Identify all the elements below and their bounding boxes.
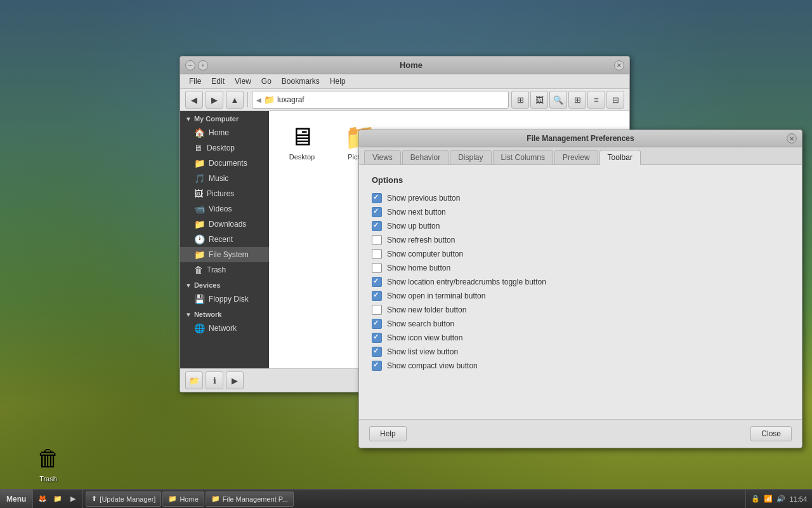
checkbox-row-8: Show new folder button: [372, 303, 789, 317]
tab-preview[interactable]: Preview: [554, 150, 598, 164]
network-icon: 🌐: [194, 323, 205, 333]
fm-maximize-button[interactable]: +: [198, 60, 208, 70]
taskbar-prefs-app[interactable]: 📁 File Management P...: [206, 491, 294, 507]
checkbox-0[interactable]: [372, 193, 382, 203]
sidebar-pictures-label: Pictures: [207, 189, 234, 198]
fm-minimize-button[interactable]: ─: [185, 60, 195, 70]
checkbox-1[interactable]: [372, 207, 382, 217]
location-bar[interactable]: ◀ 📁 luxagraf: [252, 91, 509, 109]
checkbox-9[interactable]: [372, 319, 382, 329]
sidebar-item-network[interactable]: 🌐 Network: [180, 321, 269, 336]
sidebar-my-computer-header[interactable]: ▼ My Computer: [180, 111, 269, 125]
list-view-btn[interactable]: ≡: [587, 91, 605, 109]
checkbox-row-3: Show refresh button: [372, 233, 789, 247]
sidebar-network-header[interactable]: ▼ Network: [180, 307, 269, 321]
sidebar-item-desktop[interactable]: 🖥 Desktop: [180, 140, 269, 156]
checkbox-8[interactable]: [372, 305, 382, 315]
taskbar-terminal-icon[interactable]: ▶: [66, 492, 80, 506]
checkbox-label-7: Show open in terminal button: [387, 291, 485, 300]
taskbar-update-manager[interactable]: ⬆ [Update Manager]: [86, 491, 161, 507]
sidebar-item-trash[interactable]: 🗑 Trash: [180, 262, 269, 277]
sidebar-devices-header[interactable]: ▼ Devices: [180, 277, 269, 291]
sidebar-item-home[interactable]: 🏠 Home: [180, 125, 269, 140]
sidebar-item-floppy[interactable]: 💾 Floppy Disk: [180, 291, 269, 307]
pictures-icon: 🖼: [194, 189, 203, 199]
image-view-btn[interactable]: 🖼: [530, 91, 548, 109]
checkbox-2[interactable]: [372, 221, 382, 231]
sidebar-downloads-label: Downloads: [209, 220, 246, 229]
checkbox-row-4: Show computer button: [372, 247, 789, 261]
back-button[interactable]: ◀: [185, 91, 203, 109]
new-folder-bottom-btn[interactable]: 📁: [185, 371, 203, 389]
checkbox-12[interactable]: [372, 361, 382, 371]
taskbar-quick-launch: 🦊 📁 ▶: [33, 490, 83, 508]
desktop-icon: 🖥: [194, 143, 203, 153]
prefs-help-button[interactable]: Help: [369, 426, 407, 441]
fm-sidebar: ▼ My Computer 🏠 Home 🖥 Desktop 📁 Documen…: [180, 111, 269, 368]
taskbar-firefox-icon[interactable]: 🦊: [36, 492, 49, 506]
menu-view[interactable]: View: [231, 76, 255, 87]
menu-go[interactable]: Go: [258, 76, 275, 87]
tab-list-columns[interactable]: List Columns: [493, 150, 553, 164]
tab-views[interactable]: Views: [364, 150, 401, 164]
menu-help[interactable]: Help: [326, 76, 350, 87]
properties-bottom-btn[interactable]: ℹ: [206, 371, 223, 389]
checkbox-4[interactable]: [372, 249, 382, 259]
prefs-dialog: File Management Preferences ✕ Views Beha…: [358, 130, 802, 448]
fm-toolbar: ◀ ▶ ▲ ◀ 📁 luxagraf ⊞ 🖼 🔍 ⊞ ≡ ⊟: [180, 89, 629, 111]
recent-icon: 🕐: [194, 234, 205, 244]
sidebar-item-recent[interactable]: 🕐 Recent: [180, 232, 269, 247]
sidebar-item-pictures[interactable]: 🖼 Pictures: [180, 186, 269, 201]
checkbox-11[interactable]: [372, 347, 382, 357]
tab-display[interactable]: Display: [450, 150, 491, 164]
up-button[interactable]: ▲: [226, 91, 244, 109]
compact-view-btn[interactable]: ⊟: [606, 91, 624, 109]
checkbox-row-9: Show search button: [372, 317, 789, 331]
prefs-close-button[interactable]: Close: [750, 426, 792, 441]
tab-behavior[interactable]: Behavior: [402, 150, 449, 164]
forward-button[interactable]: ▶: [206, 91, 223, 109]
checkbox-row-12: Show compact view button: [372, 359, 789, 373]
checkbox-6[interactable]: [372, 277, 382, 287]
taskbar-home-app[interactable]: 📁 Home: [162, 491, 204, 507]
sidebar-item-downloads[interactable]: 📁 Downloads: [180, 217, 269, 232]
network-arrow-icon: ▼: [185, 311, 192, 318]
clock: 11:54: [789, 495, 807, 503]
fm-title: Home: [208, 60, 614, 70]
checkbox-row-7: Show open in terminal button: [372, 289, 789, 303]
grid-view-btn[interactable]: ⊞: [568, 91, 586, 109]
taskbar-menu-button[interactable]: Menu: [0, 490, 33, 508]
prefs-close-icon-btn[interactable]: ✕: [787, 133, 797, 144]
menu-edit[interactable]: Edit: [207, 76, 228, 87]
checkbox-row-10: Show icon view button: [372, 331, 789, 345]
taskbar-files-icon[interactable]: 📁: [51, 492, 65, 506]
home-app-icon: 📁: [168, 495, 177, 503]
checkbox-3[interactable]: [372, 235, 382, 245]
checkboxes-container: Show previous buttonShow next buttonShow…: [372, 191, 789, 373]
screenshot-icon-btn[interactable]: ⊞: [511, 91, 529, 109]
prefs-app-icon: 📁: [211, 495, 220, 503]
sidebar-item-videos[interactable]: 📹 Videos: [180, 201, 269, 217]
sidebar-item-documents[interactable]: 📁 Documents: [180, 156, 269, 171]
desktop-file-label: Desktop: [289, 153, 315, 161]
search-btn[interactable]: 🔍: [549, 91, 567, 109]
update-manager-icon: ⬆: [91, 495, 97, 503]
prefs-title: File Management Preferences: [374, 134, 787, 143]
checkbox-5[interactable]: [372, 263, 382, 273]
fm-close-button[interactable]: ✕: [614, 60, 624, 70]
fm-wm-buttons: ─ +: [185, 60, 208, 70]
tab-toolbar[interactable]: Toolbar: [599, 150, 641, 165]
file-item-desktop[interactable]: 🖥 Desktop: [277, 119, 327, 163]
checkbox-label-12: Show compact view button: [387, 361, 478, 370]
sidebar-item-filesystem[interactable]: 📁 File System: [180, 247, 269, 262]
fm-titlebar: ─ + Home ✕: [180, 57, 629, 74]
desktop-trash-icon[interactable]: 🗑 Trash: [33, 443, 63, 483]
menu-bookmarks[interactable]: Bookmarks: [278, 76, 324, 87]
sidebar-filesystem-label: File System: [209, 250, 249, 259]
devices-label: Devices: [194, 281, 221, 289]
menu-file[interactable]: File: [185, 76, 205, 87]
checkbox-10[interactable]: [372, 333, 382, 343]
open-terminal-bottom-btn[interactable]: ▶: [226, 371, 244, 389]
sidebar-item-music[interactable]: 🎵 Music: [180, 171, 269, 186]
checkbox-7[interactable]: [372, 291, 382, 301]
